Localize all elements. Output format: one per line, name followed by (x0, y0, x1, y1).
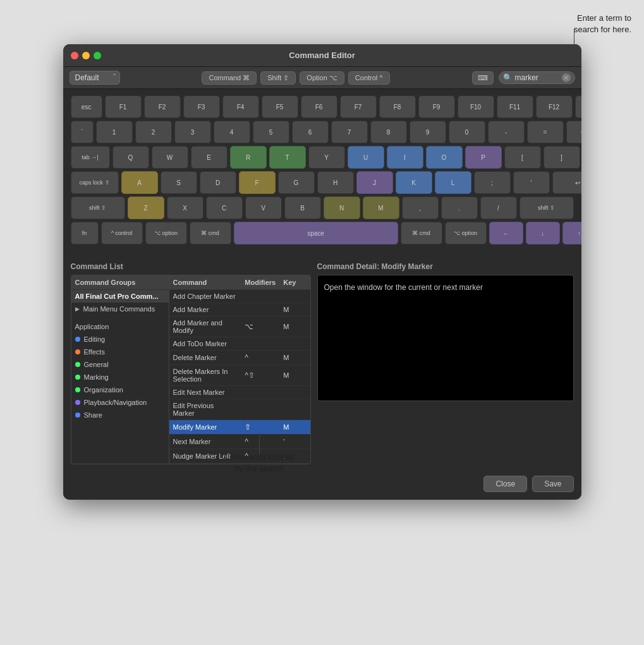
key-comma[interactable]: , (402, 196, 439, 219)
group-item-general[interactable]: General (71, 358, 169, 371)
key-7[interactable]: 7 (331, 121, 368, 143)
table-row-selected[interactable]: Modify Marker ⇧ M (169, 420, 310, 435)
group-item-editing[interactable]: Editing (71, 333, 169, 346)
key-k[interactable]: K (396, 171, 432, 194)
key-period[interactable]: . (441, 196, 478, 219)
key-option-right[interactable]: ⌥ option (445, 222, 487, 244)
preset-select[interactable]: Default (70, 71, 120, 85)
group-item-mainmenu[interactable]: ▶ Main Menu Commands (71, 303, 169, 315)
key-f9[interactable]: F9 (418, 95, 455, 118)
key-semicolon[interactable]: ; (474, 171, 511, 194)
table-row[interactable]: Edit Previous Marker (169, 399, 310, 420)
key-b[interactable]: B (284, 196, 321, 219)
key-f10[interactable]: F10 (458, 95, 494, 118)
key-i[interactable]: I (387, 146, 423, 169)
key-j[interactable]: J (356, 171, 393, 194)
key-v[interactable]: V (245, 196, 282, 219)
table-row[interactable]: Add Marker and Modify ⌥ M (169, 316, 310, 337)
key-h[interactable]: H (317, 171, 354, 194)
mod-option-btn[interactable]: Option ⌥ (300, 71, 344, 85)
key-slash[interactable]: / (480, 196, 517, 219)
key-p[interactable]: P (465, 146, 502, 169)
key-f11[interactable]: F11 (497, 95, 533, 118)
close-traffic-light[interactable] (71, 52, 78, 59)
key-f12[interactable]: F12 (536, 95, 573, 118)
table-row[interactable]: Add Chapter Marker (169, 290, 310, 303)
key-tab[interactable]: tab →| (71, 146, 110, 169)
key-z[interactable]: Z (128, 196, 164, 219)
key-rbracket[interactable]: ] (544, 146, 580, 169)
key-f5[interactable]: F5 (262, 95, 298, 118)
key-down[interactable]: ↓ (526, 222, 560, 244)
close-button[interactable]: Close (483, 476, 527, 492)
key-o[interactable]: O (426, 146, 463, 169)
key-x[interactable]: X (167, 196, 204, 219)
key-y[interactable]: Y (308, 146, 345, 169)
table-row[interactable]: Add ToDo Marker (169, 337, 310, 351)
key-t[interactable]: T (269, 146, 306, 169)
key-c[interactable]: C (206, 196, 243, 219)
th-command[interactable]: Command (169, 275, 241, 290)
key-3[interactable]: 3 (174, 121, 211, 143)
group-item-application[interactable]: Application (71, 320, 169, 333)
key-shift-right[interactable]: shift ⇧ (519, 196, 574, 219)
key-d[interactable]: D (200, 171, 236, 194)
table-row[interactable]: Delete Markers In Selection ^⇧ M (169, 365, 310, 386)
mod-shift-btn[interactable]: Shift ⇧ (260, 71, 296, 85)
maximize-traffic-light[interactable] (94, 52, 101, 59)
search-clear-btn[interactable]: ✕ (562, 73, 571, 82)
key-f[interactable]: F (239, 171, 276, 194)
key-4[interactable]: 4 (214, 121, 250, 143)
key-w[interactable]: W (152, 146, 188, 169)
minimize-traffic-light[interactable] (82, 52, 90, 59)
key-f7[interactable]: F7 (340, 95, 377, 118)
key-capslock[interactable]: caps lock ⇧ (71, 171, 119, 194)
key-esc[interactable]: esc (71, 95, 102, 118)
key-9[interactable]: 9 (410, 121, 446, 143)
key-f2[interactable]: F2 (144, 95, 181, 118)
key-2[interactable]: 2 (135, 121, 172, 143)
key-option-left[interactable]: ⌥ option (145, 222, 187, 244)
key-m[interactable]: M (363, 196, 399, 219)
group-item-organization[interactable]: Organization (71, 383, 169, 396)
key-8[interactable]: 8 (370, 121, 407, 143)
key-6[interactable]: 6 (292, 121, 329, 143)
key-r[interactable]: R (230, 146, 267, 169)
key-q[interactable]: Q (112, 146, 149, 169)
key-f1[interactable]: F1 (105, 95, 142, 118)
key-left[interactable]: ← (489, 222, 523, 244)
search-input[interactable] (515, 73, 559, 82)
save-button[interactable]: Save (532, 476, 573, 492)
key-l[interactable]: L (435, 171, 471, 194)
group-item-marking[interactable]: Marking (71, 371, 169, 383)
group-item-share[interactable]: Share (71, 409, 169, 421)
key-f8[interactable]: F8 (379, 95, 416, 118)
key-u[interactable]: U (348, 146, 384, 169)
keyboard-icon-btn[interactable]: ⌨ (472, 71, 494, 85)
key-n[interactable]: N (324, 196, 360, 219)
table-row[interactable]: Add Marker M (169, 303, 310, 316)
key-control[interactable]: ^ control (101, 222, 143, 244)
table-row[interactable]: Delete Marker ^ M (169, 351, 310, 365)
key-g[interactable]: G (278, 171, 315, 194)
mod-control-btn[interactable]: Control ^ (348, 71, 390, 85)
key-eject[interactable]: = (575, 95, 581, 118)
key-enter[interactable]: ↩ (552, 171, 581, 194)
key-cmd-left[interactable]: ⌘ cmd (190, 222, 231, 244)
key-quote[interactable]: ' (513, 171, 550, 194)
key-e[interactable]: E (191, 146, 228, 169)
key-1[interactable]: 1 (96, 121, 133, 143)
key-s[interactable]: S (161, 171, 197, 194)
key-f6[interactable]: F6 (301, 95, 337, 118)
key-shift-left[interactable]: shift ⇧ (71, 196, 125, 219)
table-row[interactable]: Next Marker ^ ' (169, 435, 310, 449)
key-minus[interactable]: - (488, 121, 525, 143)
key-fn[interactable]: fn (71, 222, 99, 244)
key-up[interactable]: ↑ (562, 222, 581, 244)
key-backspace[interactable]: ⌫ (566, 121, 581, 143)
key-5[interactable]: 5 (253, 121, 289, 143)
mod-command-btn[interactable]: Command ⌘ (202, 71, 257, 85)
key-equals[interactable]: = (527, 121, 564, 143)
key-lbracket[interactable]: [ (504, 146, 541, 169)
group-item-all[interactable]: All Final Cut Pro Comm... (71, 290, 169, 303)
